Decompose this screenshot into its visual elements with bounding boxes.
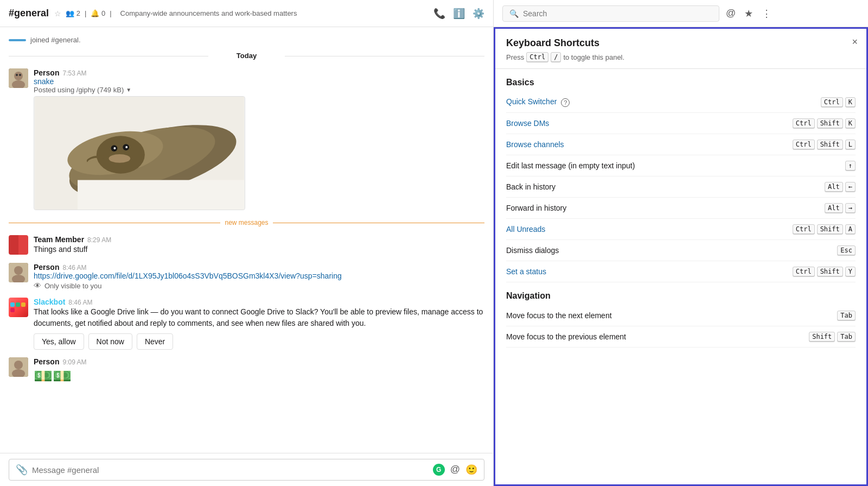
shortcut-label-set-status[interactable]: Set a status (506, 267, 793, 276)
new-messages-line-left (9, 223, 220, 223)
svg-point-14 (109, 154, 131, 163)
grammarly-icon: G (433, 464, 445, 476)
slackbot-msg-text: That looks like a Google Drive link — do… (34, 306, 484, 329)
shortcut-label-browse-channels[interactable]: Browse channels (506, 140, 793, 149)
msg-body-slackbot: Slackbot 8:46 AM That looks like a Googl… (34, 298, 484, 350)
info-icon[interactable]: ℹ️ (453, 8, 465, 20)
kbd-group-all-unreads: Ctrl Shift A (793, 224, 856, 234)
msg-body-emoji: Person 9:09 AM 💵💵 (34, 357, 484, 385)
join-notice: joined #general. (9, 36, 484, 44)
sender-person-3: Person (34, 357, 59, 366)
kbd-esc: Esc (837, 245, 856, 255)
emoji-message: 💵💵 (34, 367, 484, 385)
msg-header: Person 7:53 AM (34, 68, 484, 77)
eye-icon: 👁 (34, 281, 41, 290)
sender-name: Person (34, 68, 59, 77)
dropdown-arrow[interactable]: ▼ (126, 87, 131, 93)
search-input[interactable] (523, 9, 712, 18)
message-row-emoji: Person 9:09 AM 💵💵 (9, 357, 484, 385)
toggle-text: to toggle this panel. (563, 53, 624, 61)
shortcut-label-all-unreads[interactable]: All Unreads (506, 225, 793, 233)
emoji-input-icon[interactable]: 🙂 (465, 464, 477, 476)
kbd-a-au: A (845, 224, 856, 234)
new-messages-line-right (273, 223, 484, 223)
attachment-icon[interactable]: 📎 (16, 464, 28, 476)
shortcuts-subtitle: Press Ctrl / to toggle this panel. (506, 52, 856, 62)
shortcut-label-quick-switcher[interactable]: Quick Switcher ? (506, 97, 821, 106)
star-icon[interactable]: ☆ (54, 9, 61, 18)
shortcut-label-back: Back in history (506, 182, 825, 191)
search-box[interactable]: 🔍 (502, 5, 719, 22)
kbd-shift-ch: Shift (817, 140, 843, 149)
message-input[interactable] (32, 465, 429, 475)
main-area: joined #general. Today Pers (0, 27, 868, 486)
svg-point-4 (19, 74, 21, 76)
call-icon[interactable]: 📞 (433, 8, 445, 20)
kbd-tab-next: Tab (837, 311, 856, 320)
kbd-ctrl-qs: Ctrl (821, 97, 843, 107)
member-count: 👥 2 (66, 9, 80, 17)
header-icons: 📞 ℹ️ ⚙️ (433, 8, 484, 20)
shortcut-dismiss-dialogs: Dismiss dialogs Esc (506, 240, 856, 261)
kbd-group-quick-switcher: Ctrl K (821, 97, 856, 107)
join-bar (9, 39, 26, 41)
kbd-group-browse-dms: Ctrl Shift K (793, 118, 856, 128)
chat-panel: joined #general. Today Pers (0, 27, 494, 486)
shortcut-label-edit-last: Edit last message (in empty text input) (506, 161, 845, 170)
snake-link[interactable]: snake (34, 77, 54, 86)
shortcut-all-unreads: All Unreads Ctrl Shift A (506, 219, 856, 240)
top-bar: #general ☆ 👥 2 | 🔔 0 | Company-wide anno… (0, 0, 868, 27)
ctrl-key: Ctrl (526, 52, 548, 62)
new-messages-label: new messages (220, 219, 272, 226)
never-button[interactable]: Never (137, 333, 173, 350)
kbd-shift-au: Shift (817, 224, 843, 234)
press-label: Press (506, 53, 524, 61)
shortcut-browse-channels: Browse channels Ctrl Shift L (506, 134, 856, 155)
shortcut-label-focus-next: Move focus to the next element (506, 311, 837, 320)
kbd-shift-dms: Shift (817, 118, 843, 128)
shortcuts-body: Basics Quick Switcher ? Ctrl K Browse DM… (495, 69, 866, 348)
msg-text-team: Things and stuff (34, 244, 484, 255)
close-shortcuts-button[interactable]: × (852, 36, 858, 48)
kbd-shift-ss: Shift (817, 267, 843, 276)
google-drive-link[interactable]: https://drive.google.com/file/d/1LX95Jy1… (34, 272, 342, 280)
message-row-team: Team Member 8:29 AM Things and stuff (9, 235, 484, 255)
svg-point-1 (14, 72, 23, 80)
join-text: joined #general. (30, 36, 81, 44)
not-now-button[interactable]: Not now (88, 333, 132, 350)
channel-description: Company-wide announcements and work-base… (120, 9, 297, 17)
slash-key: / (551, 52, 561, 62)
shortcut-browse-dms: Browse DMs Ctrl Shift K (506, 113, 856, 134)
shortcut-edit-last: Edit last message (in empty text input) … (506, 155, 856, 176)
channel-title: #general (9, 8, 49, 19)
svg-point-12 (113, 147, 116, 149)
mention-input-icon[interactable]: @ (450, 464, 460, 476)
mention-icon[interactable]: @ (726, 8, 736, 19)
svg-point-17 (14, 266, 23, 275)
giphy-text: Posted using /giphy (749 kB) (34, 86, 124, 94)
shortcuts-title: Keyboard Shortcuts (506, 37, 856, 49)
settings-icon[interactable]: ⚙️ (473, 8, 484, 20)
star-nav-icon[interactable]: ★ (744, 8, 753, 20)
msg-header-link: Person 8:46 AM (34, 263, 484, 272)
shortcut-label-browse-dms[interactable]: Browse DMs (506, 119, 793, 128)
more-icon[interactable]: ⋮ (762, 8, 771, 20)
kbd-alt-back: Alt (825, 182, 843, 192)
kbd-group-focus-prev: Shift Tab (809, 332, 856, 342)
message-row-slackbot: Slackbot 8:46 AM That looks like a Googl… (9, 298, 484, 350)
svg-point-20 (14, 361, 23, 369)
kbd-tab-prev: Tab (837, 332, 856, 342)
msg-header-team: Team Member 8:29 AM (34, 235, 484, 244)
search-icon: 🔍 (509, 9, 519, 18)
svg-point-13 (125, 146, 127, 148)
notification-count: 🔔 0 (91, 9, 105, 17)
kbd-group-edit-last: ↑ (845, 161, 856, 171)
kbd-k-qs: K (845, 97, 856, 107)
new-messages-divider: new messages (9, 219, 484, 226)
avatar-person-1 (9, 68, 28, 88)
channel-meta: ☆ 👥 2 | 🔔 0 | Company-wide announcements… (54, 9, 297, 18)
chat-input-box[interactable]: 📎 G @ 🙂 (9, 459, 484, 481)
section-title-navigation: Navigation (506, 282, 856, 305)
kbd-k-dms: K (845, 118, 856, 128)
yes-allow-button[interactable]: Yes, allow (34, 333, 84, 350)
